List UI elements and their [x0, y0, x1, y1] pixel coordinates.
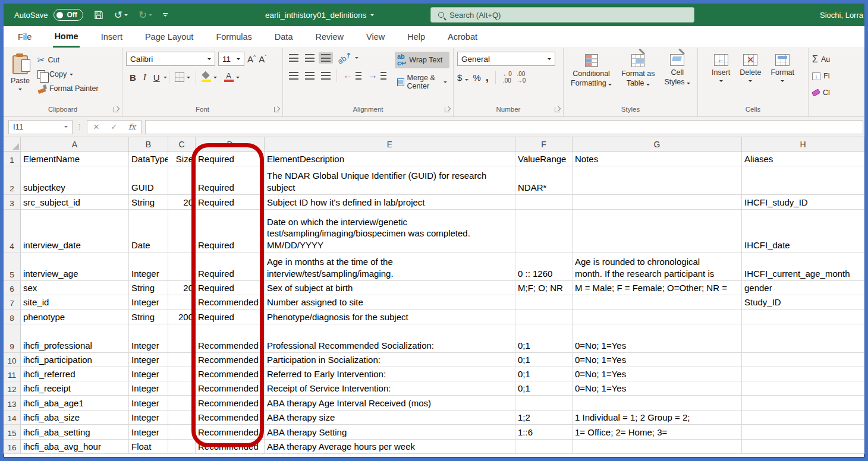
cell-H6[interactable]: gender: [742, 281, 864, 295]
autosum-button[interactable]: ΣAu: [812, 53, 830, 66]
align-center-button[interactable]: [303, 70, 317, 81]
decrease-font-size-button[interactable]: Aˇ: [259, 54, 266, 64]
cell-A8[interactable]: phenotype: [21, 310, 129, 324]
select-all-corner[interactable]: [4, 137, 21, 151]
top-align-button[interactable]: [287, 52, 301, 64]
cell-B8[interactable]: String: [129, 310, 168, 324]
cell-H10[interactable]: [742, 353, 864, 367]
enter-icon[interactable]: ✓: [105, 122, 123, 131]
user-account[interactable]: Siochi, Lorra: [820, 4, 863, 26]
cell-H4[interactable]: IHCFI_date: [742, 210, 864, 252]
delete-cells-button[interactable]: ✕ Delete: [736, 52, 765, 84]
column-header-H[interactable]: H: [742, 137, 864, 151]
cell-D16[interactable]: Recommended: [196, 440, 265, 454]
format-cells-button[interactable]: Format: [767, 52, 798, 84]
cell-D14[interactable]: Recommended: [196, 411, 265, 425]
cell-A14[interactable]: ihcfi_aba_size: [21, 411, 129, 425]
document-title[interactable]: earli_inthistory01_definitions: [265, 4, 374, 26]
row-header-9[interactable]: 9: [4, 324, 21, 353]
cell-H2[interactable]: [742, 166, 864, 195]
cell-D12[interactable]: Recommended: [196, 381, 265, 396]
cell-G5[interactable]: Age is rounded to chronological month. I…: [573, 252, 742, 281]
cell-E11[interactable]: Referred to Early Intervention:: [265, 367, 515, 381]
cell-D5[interactable]: Required: [196, 252, 265, 281]
row-header-2[interactable]: 2: [4, 166, 21, 195]
cell-E15[interactable]: ABA therapy Setting: [265, 425, 515, 440]
cell-E12[interactable]: Receipt of Service Intervention:: [265, 381, 515, 396]
increase-font-size-button[interactable]: A^: [247, 54, 256, 64]
cell-F1[interactable]: ValueRange: [515, 151, 573, 166]
formula-input[interactable]: [145, 120, 863, 134]
row-header-15[interactable]: 15: [4, 425, 21, 440]
cell-B13[interactable]: Integer: [129, 396, 168, 411]
cell-G6[interactable]: M = Male; F = Female; O=Other; NR =: [573, 281, 742, 295]
cell-G16[interactable]: [573, 440, 742, 454]
column-header-D[interactable]: D: [196, 137, 265, 151]
row-header-16[interactable]: 16: [4, 440, 21, 454]
number-dialog-launcher-icon[interactable]: [555, 107, 560, 112]
cell-D9[interactable]: Recommended: [196, 324, 265, 353]
namebox-splitter[interactable]: ⋮: [76, 123, 83, 131]
cell-styles-button[interactable]: CellStyles: [661, 52, 694, 89]
cell-B10[interactable]: Integer: [129, 353, 168, 367]
copy-button[interactable]: Copy: [36, 67, 100, 81]
paste-button[interactable]: Paste: [7, 53, 33, 93]
cell-B6[interactable]: String: [129, 281, 168, 295]
cell-G2[interactable]: [573, 166, 742, 195]
cell-H15[interactable]: [742, 425, 864, 440]
cell-C2[interactable]: [168, 166, 196, 195]
font-family-select[interactable]: Calibri: [126, 52, 215, 66]
cell-E14[interactable]: ABA therapy size: [265, 411, 515, 425]
cell-A4[interactable]: interview_date: [21, 210, 129, 252]
cell-F9[interactable]: 0;1: [515, 324, 573, 353]
column-header-E[interactable]: E: [265, 137, 515, 151]
cell-C13[interactable]: [168, 396, 196, 411]
cell-G7[interactable]: [573, 295, 742, 310]
cell-H13[interactable]: [742, 396, 864, 411]
bottom-align-button[interactable]: [319, 52, 333, 64]
row-header-6[interactable]: 6: [4, 281, 21, 295]
row-header-13[interactable]: 13: [4, 396, 21, 411]
cell-G3[interactable]: [573, 195, 742, 210]
cell-D6[interactable]: Required: [196, 281, 265, 295]
cell-G13[interactable]: [573, 396, 742, 411]
cell-E16[interactable]: ABA therapy Average hours per week: [265, 440, 515, 454]
cell-D7[interactable]: Recommended: [196, 295, 265, 310]
copy-dropdown-icon[interactable]: [70, 74, 73, 75]
cell-E5[interactable]: Age in months at the time of the intervi…: [265, 252, 515, 281]
accounting-format-button[interactable]: $: [457, 72, 468, 83]
cell-A5[interactable]: interview_age: [21, 252, 129, 281]
percent-style-button[interactable]: %: [473, 72, 481, 83]
cell-G9[interactable]: 0=No; 1=Yes: [573, 324, 742, 353]
clipboard-dialog-launcher-icon[interactable]: [114, 107, 119, 112]
paste-dropdown-icon[interactable]: [18, 89, 22, 90]
decrease-indent-button[interactable]: ←: [341, 68, 364, 83]
cell-C8[interactable]: 200: [168, 310, 196, 324]
cell-A13[interactable]: ihcfi_aba_age1: [21, 396, 129, 411]
name-box[interactable]: I11: [8, 120, 73, 134]
cell-A6[interactable]: sex: [21, 281, 129, 295]
cell-C15[interactable]: [168, 425, 196, 440]
cell-F8[interactable]: [515, 310, 573, 324]
cell-E7[interactable]: Number assigned to site: [265, 295, 515, 310]
cell-A2[interactable]: subjectkey: [21, 166, 129, 195]
cell-F11[interactable]: 0;1: [515, 367, 573, 381]
cell-H8[interactable]: [742, 310, 864, 324]
cell-F4[interactable]: [515, 210, 573, 252]
cell-C11[interactable]: [168, 367, 196, 381]
insert-cells-button[interactable]: ← Insert: [708, 52, 734, 84]
cell-E10[interactable]: Participation in Socialization:: [265, 353, 515, 367]
insert-function-icon[interactable]: fx: [123, 122, 141, 131]
cell-H7[interactable]: Study_ID: [742, 295, 864, 310]
cell-A11[interactable]: ihcfi_referred: [21, 367, 129, 381]
cell-B5[interactable]: Integer: [129, 252, 168, 281]
cell-G10[interactable]: 0=No; 1=Yes: [573, 353, 742, 367]
wrap-text-button[interactable]: abc↩Wrap Text: [395, 52, 449, 68]
cell-D10[interactable]: Recommended: [196, 353, 265, 367]
cell-H5[interactable]: IHCFI_current_age_month: [742, 252, 864, 281]
cell-E6[interactable]: Sex of subject at birth: [265, 281, 515, 295]
tab-insert[interactable]: Insert: [100, 27, 124, 46]
cell-E4[interactable]: Date on which the interview/genetic test…: [265, 210, 515, 252]
tab-data[interactable]: Data: [273, 27, 294, 46]
cell-B7[interactable]: Integer: [129, 295, 168, 310]
